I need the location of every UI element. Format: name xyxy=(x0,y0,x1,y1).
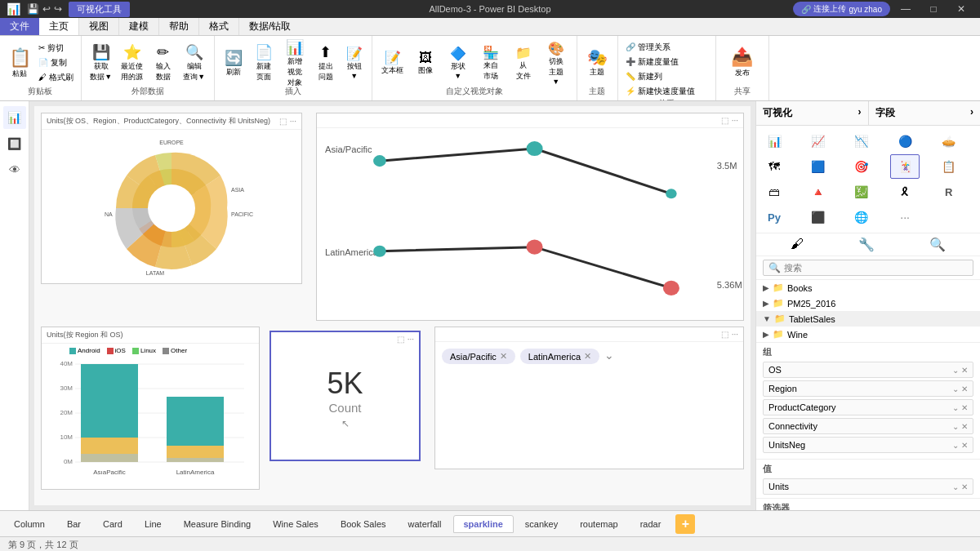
group-item-unitsneg[interactable]: UnitsNeg ⌄ ✕ xyxy=(763,437,973,453)
group-item-os[interactable]: OS ⌄ ✕ xyxy=(763,362,973,378)
region-chevron-icon[interactable]: ⌄ xyxy=(952,384,959,393)
line-expand-icon[interactable]: ⬚ xyxy=(721,116,728,125)
pc-chevron-icon[interactable]: ⌄ xyxy=(952,403,959,412)
field-wine[interactable]: ▶ 📁 Wine xyxy=(756,327,980,342)
undo-icon[interactable]: ↩ xyxy=(42,3,51,15)
tab-measure-binding[interactable]: Measure Binding xyxy=(173,515,262,533)
viz-panel-header[interactable]: 可视化 › xyxy=(756,101,869,125)
new-visual-button[interactable]: 📊 新增视觉对象 xyxy=(280,41,310,85)
tab-scankey[interactable]: scankey xyxy=(514,515,568,533)
field-tabletsales[interactable]: ▼ 📁 TabletSales xyxy=(756,311,980,327)
card-panel[interactable]: ⬚ ··· 5K Count ↖ xyxy=(270,331,421,461)
maximize-button[interactable]: □ xyxy=(921,0,946,18)
model-icon[interactable]: 👁 xyxy=(3,158,26,181)
enter-data-button[interactable]: ✏ 输入数据 xyxy=(149,41,178,85)
from-file-button[interactable]: 📁 从文件 xyxy=(508,41,539,85)
conn-remove-icon[interactable]: ✕ xyxy=(961,422,968,431)
os-chevron-icon[interactable]: ⌄ xyxy=(952,366,959,375)
viz-format-icon[interactable]: 🖌 xyxy=(791,237,804,252)
tab-model[interactable]: 建模 xyxy=(119,18,159,35)
filter-tag-asia[interactable]: Asia/Pacific ✕ xyxy=(442,349,515,364)
viz-python-icon[interactable]: Py xyxy=(760,205,789,229)
tab-radar[interactable]: radar xyxy=(630,515,672,533)
viz-line-icon[interactable]: 📈 xyxy=(803,129,832,153)
tab-home[interactable]: 主页 xyxy=(39,18,79,35)
viz-custom1-icon[interactable]: 🌐 xyxy=(847,205,876,229)
expand-icon[interactable]: ⬚ xyxy=(279,117,287,126)
more-icon[interactable]: ··· xyxy=(290,117,296,126)
field-pm25[interactable]: ▶ 📁 PM25_2016 xyxy=(756,295,980,311)
minimize-button[interactable]: — xyxy=(893,0,918,18)
tab-wine-sales[interactable]: Wine Sales xyxy=(262,515,329,533)
viz-qr-icon[interactable]: ⬛ xyxy=(803,205,832,229)
viz-matrix-icon[interactable]: 🗃 xyxy=(760,180,789,204)
filter-viz-panel[interactable]: ⬚ ··· Asia/Pacific ✕ LatinAmerica ✕ ⌄ xyxy=(434,327,744,469)
redo-icon[interactable]: ↪ xyxy=(54,3,62,15)
remove-latam-icon[interactable]: ✕ xyxy=(584,351,591,362)
viz-treemap-icon[interactable]: 🟦 xyxy=(803,154,832,179)
close-button[interactable]: ✕ xyxy=(949,0,973,18)
tab-file[interactable]: 文件 xyxy=(0,18,39,35)
switch-theme-button[interactable]: 🎨 切换主题▼ xyxy=(541,41,572,85)
theme-button[interactable]: 🎭 主题 xyxy=(586,46,609,79)
ribbon-tab-highlight[interactable]: 可视化工具 xyxy=(69,2,130,17)
filter-tag-latam[interactable]: LatinAmerica ✕ xyxy=(520,349,599,364)
cut-button[interactable]: ✂ 剪切 xyxy=(36,42,76,55)
ask-question-button[interactable]: ⬆ 提出问题 xyxy=(311,41,341,85)
tab-column[interactable]: Column xyxy=(3,515,56,533)
tab-format[interactable]: 格式 xyxy=(199,18,239,35)
sunburst-panel[interactable]: Units(按 OS、Region、ProductCategory、Connec… xyxy=(41,113,302,284)
card-expand-icon[interactable]: ⬚ xyxy=(397,335,404,344)
new-measure-button[interactable]: ➕ 新建度量值 xyxy=(623,56,681,69)
viz-ribbon-icon[interactable]: 🎗 xyxy=(890,180,920,204)
user-button[interactable]: 🔗 连接上传 gyu zhao xyxy=(793,2,890,16)
edit-query-button[interactable]: 🔍 编辑查询▼ xyxy=(180,41,209,85)
new-quick-measure-button[interactable]: ⚡ 新建快速度量值 xyxy=(623,85,697,98)
viz-filter-icon[interactable]: 🔍 xyxy=(929,237,946,252)
line-panel[interactable]: ⬚ ··· Asia/Pacific LatinAmerica 3.5M 5.3… xyxy=(316,113,744,321)
filter-expand-icon[interactable]: ⬚ xyxy=(721,330,728,339)
publish-button[interactable]: 📤 发布 xyxy=(726,41,759,85)
copy-button[interactable]: 📄 复制 xyxy=(36,56,76,69)
viz-more-icon[interactable]: ··· xyxy=(890,205,920,229)
format-painter-button[interactable]: 🖌 格式刷 xyxy=(36,71,76,84)
tab-sparkline[interactable]: sparkline xyxy=(453,515,514,533)
viz-pie-icon[interactable]: 🥧 xyxy=(934,129,964,153)
tab-card[interactable]: Card xyxy=(92,515,133,533)
refresh-button[interactable]: 🔄 刷新 xyxy=(220,41,247,85)
shapes-button[interactable]: 🔷 形状▼ xyxy=(443,41,474,85)
viz-card-icon[interactable]: 🃏 xyxy=(890,154,920,179)
units-remove-icon[interactable]: ✕ xyxy=(961,482,968,491)
group-item-productcategory[interactable]: ProductCategory ⌄ ✕ xyxy=(763,399,973,415)
save-icon[interactable]: 💾 xyxy=(27,3,39,15)
group-item-region[interactable]: Region ⌄ ✕ xyxy=(763,380,973,397)
tab-bar[interactable]: Bar xyxy=(56,515,91,533)
paste-button[interactable]: 📋 粘贴 xyxy=(5,41,34,85)
new-page-button[interactable]: 📄 新建页面 xyxy=(249,41,278,85)
conn-chevron-icon[interactable]: ⌄ xyxy=(952,422,959,431)
tab-help[interactable]: 帮助 xyxy=(159,18,199,35)
viz-analytics-icon[interactable]: 🔧 xyxy=(858,237,875,252)
get-data-button[interactable]: 💾 获取数据▼ xyxy=(87,41,116,85)
filter-more-icon[interactable]: ··· xyxy=(732,330,738,339)
data-icon[interactable]: 🔲 xyxy=(3,132,26,155)
text-box-button[interactable]: 📝 文本框 xyxy=(377,41,408,85)
button-insert[interactable]: 📝 按钮▼ xyxy=(342,41,367,85)
recent-sources-button[interactable]: ⭐ 最近使用的源 xyxy=(118,41,147,85)
manage-relations-button[interactable]: 🔗 管理关系 xyxy=(623,41,673,54)
fields-panel-header[interactable]: 字段 › xyxy=(869,101,981,125)
field-books[interactable]: ▶ 📁 Books xyxy=(756,280,980,295)
units-chevron-icon[interactable]: ⌄ xyxy=(952,482,959,491)
pc-remove-icon[interactable]: ✕ xyxy=(961,403,968,412)
viz-map-icon[interactable]: 🗺 xyxy=(760,154,789,179)
viz-r-icon[interactable]: R xyxy=(934,180,964,204)
from-market-button[interactable]: 🏪 来自市场 xyxy=(475,41,506,85)
image-button[interactable]: 🖼 图像 xyxy=(410,41,441,85)
viz-waterfall-icon[interactable]: 💹 xyxy=(847,180,876,204)
card-more-icon[interactable]: ··· xyxy=(408,335,414,344)
viz-funnel-icon[interactable]: 🔺 xyxy=(803,180,832,204)
viz-scatter-icon[interactable]: 🔵 xyxy=(890,129,920,153)
tab-line[interactable]: Line xyxy=(134,515,172,533)
os-remove-icon[interactable]: ✕ xyxy=(961,366,968,375)
line-more-icon[interactable]: ··· xyxy=(732,116,738,125)
